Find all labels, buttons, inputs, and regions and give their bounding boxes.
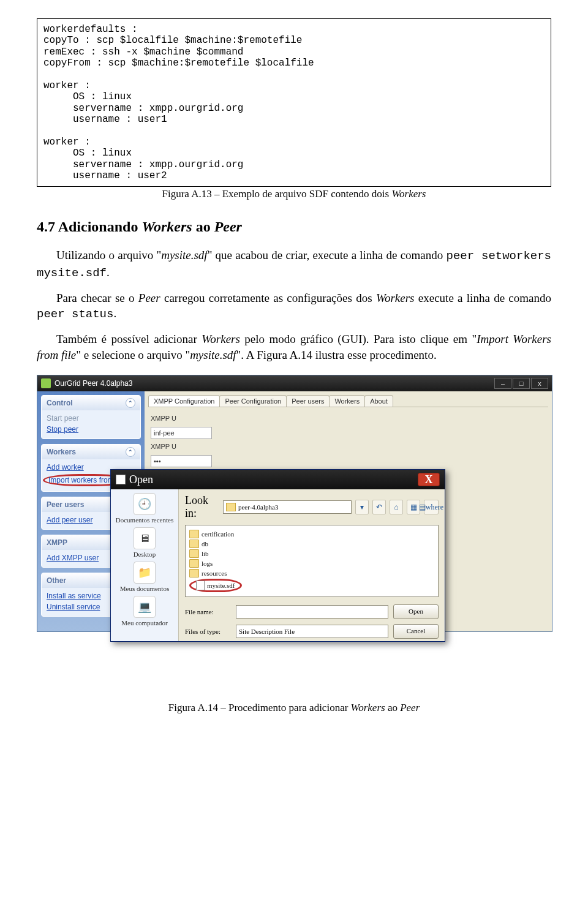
app-logo-icon [41, 378, 51, 388]
paragraph-2: Para checar se o Peer carregou corretame… [37, 290, 551, 323]
window-titlebar[interactable]: OurGrid Peer 4.0alpha3 – □ x [37, 375, 552, 391]
panel-header-workers[interactable]: Workers ⌃ [42, 445, 140, 459]
filename-input[interactable] [236, 605, 388, 619]
tab-workers[interactable]: Workers [329, 395, 365, 407]
back-button[interactable]: ↶ [372, 500, 386, 514]
list-item[interactable]: certification [189, 529, 434, 539]
cfg-input[interactable]: ••• [151, 455, 212, 467]
list-item[interactable]: resources [189, 568, 434, 578]
minimize-button[interactable]: – [494, 378, 511, 389]
tab-peer-users[interactable]: Peer users [286, 395, 330, 407]
file-name: lib [202, 550, 209, 557]
paragraph-3: Também é possível adicionar Workers pelo… [37, 331, 551, 363]
p2-command: peer status [37, 307, 113, 321]
collapse-icon[interactable]: ⌃ [126, 398, 135, 408]
list-item-mysite[interactable]: mysite.sdf [189, 578, 434, 593]
maximize-button[interactable]: □ [513, 378, 530, 389]
highlight-ring: mysite.sdf [189, 579, 242, 592]
caption-italic: Workers [391, 188, 426, 200]
window-title: OurGrid Peer 4.0alpha3 [55, 379, 132, 388]
lookin-combo[interactable]: peer-4.0alpha3 [223, 500, 352, 514]
heading-mid: ao [192, 219, 214, 235]
screenshot-region: OurGrid Peer 4.0alpha3 – □ x Control ⌃ S… [37, 375, 551, 699]
place-mydocs[interactable]: 📁Meus documentos [111, 562, 178, 592]
caption-text: Figura A.13 – Exemplo de arquivo SDF con… [162, 188, 392, 200]
up-folder-button[interactable]: ▾ [355, 500, 369, 514]
place-label: Meus documentos [120, 585, 169, 592]
folder-icon [189, 559, 199, 568]
sidebar-item-stop-peer[interactable]: Stop peer [47, 424, 135, 435]
open-button[interactable]: Open [393, 604, 439, 619]
filetype-combo[interactable]: Site Description File [236, 625, 388, 638]
home-button[interactable]: ⌂ [390, 500, 403, 514]
p2-workers: Workers [376, 292, 415, 304]
place-recent[interactable]: 🕘Documentos recentes [111, 493, 178, 524]
tab-peer-config[interactable]: Peer Configuration [219, 395, 287, 407]
list-item[interactable]: db [189, 539, 434, 549]
new-folder-button[interactable]: ▦ [407, 500, 420, 514]
open-dialog-titlebar[interactable]: Open X [111, 470, 445, 489]
file-name: certification [202, 530, 234, 538]
p2-peer: Peer [138, 292, 160, 304]
heading-number: 4.7 Adicionando [37, 219, 141, 235]
p3-text-b: pelo modo gráfico (GUI). Para isto cliqu… [240, 333, 477, 345]
place-desktop[interactable]: 🖥Desktop [111, 527, 178, 558]
collapse-icon[interactable]: ⌃ [126, 447, 135, 457]
p1-filename: mysite.sdf [161, 249, 207, 261]
p3-text-a: Também é possível adicionar [56, 333, 202, 345]
panel-title: Workers [47, 448, 76, 456]
view-menu-button[interactable]: ▤where [424, 500, 439, 514]
heading-italic-workers: Workers [141, 219, 192, 235]
close-button[interactable]: x [531, 378, 548, 389]
recent-docs-icon: 🕘 [134, 493, 156, 515]
folder-icon [189, 540, 199, 548]
open-dialog-title: Open [129, 473, 153, 486]
caption-text: Figura A.14 – Procedimento para adiciona… [168, 702, 351, 713]
section-heading: 4.7 Adicionando Workers ao Peer [37, 219, 551, 235]
place-label: Meu computador [121, 619, 167, 626]
file-name: logs [202, 560, 213, 567]
dialog-icon [116, 475, 126, 484]
p1-text-c: . [107, 266, 110, 279]
caption-italic: Peer [400, 702, 420, 713]
caption-italic: Workers [351, 702, 385, 713]
cfg-label: XMPP U [151, 415, 176, 422]
panel-control: Control ⌃ Start peer Stop peer [41, 395, 141, 439]
filetype-row: Files of type: Site Description File Can… [179, 622, 445, 641]
p3-workers: Workers [202, 333, 240, 345]
tab-about[interactable]: About [364, 395, 393, 407]
list-item[interactable]: lib [189, 549, 434, 559]
figure-a13-caption: Figura A.13 – Exemplo de arquivo SDF con… [37, 188, 551, 200]
cancel-button[interactable]: Cancel [393, 624, 439, 639]
place-mycomputer[interactable]: 💻Meu computador [111, 596, 178, 626]
cfg-label: XMPP U [151, 443, 176, 450]
file-list[interactable]: certification db lib logs resources mysi… [185, 525, 439, 597]
my-computer-icon: 💻 [134, 596, 156, 618]
filename-row: File name: Open [179, 602, 445, 622]
lookin-value: peer-4.0alpha3 [238, 503, 278, 511]
filetype-label: Files of type: [185, 628, 231, 635]
panel-title: Other [47, 576, 66, 585]
place-label: Desktop [134, 551, 156, 558]
p2-text-a: Para checar se o [56, 292, 138, 304]
folder-icon [189, 569, 199, 578]
paragraph-1: Utilizando o arquivo "mysite.sdf" que ac… [37, 247, 551, 281]
p2-text-b: carregou corretamente as configurações d… [160, 292, 376, 304]
figure-a14-caption: Figura A.14 – Procedimento para adiciona… [37, 702, 551, 714]
file-name: resources [202, 570, 227, 577]
p2-text-d: . [113, 307, 116, 320]
dialog-close-button[interactable]: X [418, 473, 440, 486]
open-dialog: Open X 🕘Documentos recentes 🖥Desktop 📁Me… [110, 469, 445, 642]
my-docs-icon: 📁 [134, 562, 156, 584]
cfg-input[interactable]: inf-pee [151, 427, 212, 439]
tab-row: XMPP Configuration Peer Configuration Pe… [148, 395, 548, 407]
tab-xmpp-config[interactable]: XMPP Configuration [148, 395, 220, 407]
list-item[interactable]: logs [189, 559, 434, 568]
file-icon [196, 581, 205, 590]
panel-header-control[interactable]: Control ⌃ [42, 396, 140, 410]
p3-text-d: ". A Figura A.14 ilustra esse procedimen… [236, 348, 437, 361]
p1-text-a: Utilizando o arquivo " [56, 249, 161, 261]
lookin-label: Look in: [185, 494, 219, 520]
sidebar-item-start-peer[interactable]: Start peer [47, 413, 135, 424]
folder-icon [226, 503, 236, 511]
